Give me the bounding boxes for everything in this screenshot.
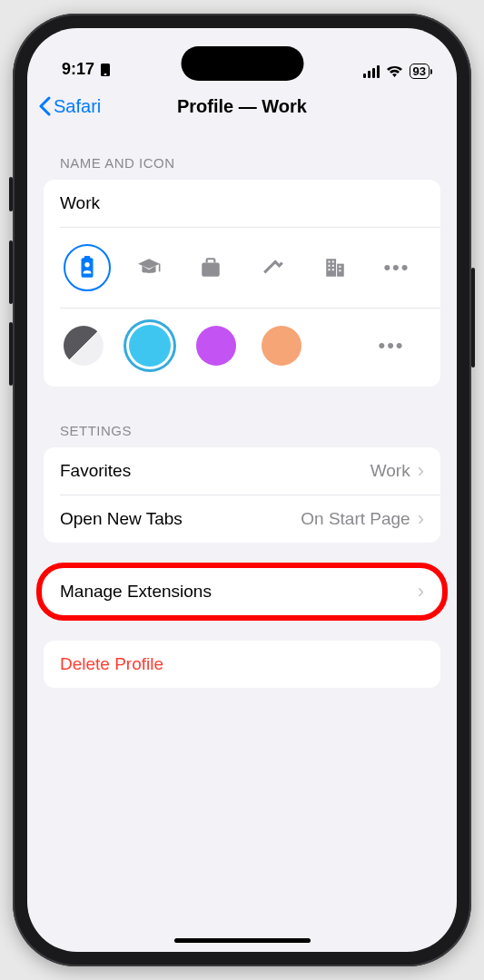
icon-picker-row: •••	[44, 228, 440, 308]
svg-rect-13	[328, 269, 330, 270]
ellipsis-icon: •••	[383, 256, 410, 279]
svg-rect-12	[332, 265, 334, 267]
icon-option-building[interactable]	[311, 244, 359, 291]
svg-rect-2	[82, 258, 94, 278]
chevron-right-icon: ›	[418, 461, 424, 481]
svg-rect-3	[84, 256, 91, 260]
wifi-icon	[386, 65, 403, 78]
manage-extensions-wrapper: Manage Extensions ›	[44, 568, 440, 615]
open-new-tabs-row[interactable]: Open New Tabs On Start Page ›	[44, 495, 440, 543]
more-icons-button[interactable]: •••	[373, 256, 420, 279]
svg-rect-9	[328, 260, 330, 262]
home-indicator[interactable]	[174, 938, 311, 943]
chevron-right-icon: ›	[418, 509, 424, 529]
color-option-orange[interactable]	[262, 326, 301, 366]
graduation-icon	[137, 256, 161, 279]
status-time: 9:17	[62, 60, 94, 79]
content-area: NAME AND ICON Work	[27, 130, 457, 688]
badge-icon	[75, 256, 99, 279]
color-picker-row: •••	[44, 309, 440, 387]
name-icon-card: Work	[44, 180, 440, 387]
delete-profile-label: Delete Profile	[60, 654, 163, 674]
svg-rect-6	[202, 263, 221, 277]
dynamic-island	[181, 46, 303, 81]
section-header-name-icon: NAME AND ICON	[44, 130, 440, 180]
svg-rect-1	[104, 74, 107, 75]
icon-option-hammer[interactable]	[250, 244, 297, 291]
svg-rect-16	[339, 270, 341, 271]
screen: 9:17 93	[27, 28, 457, 952]
icon-option-briefcase[interactable]	[187, 244, 234, 291]
battery-indicator: 93	[410, 64, 430, 79]
svg-rect-7	[326, 259, 336, 277]
chevron-left-icon	[38, 96, 51, 116]
icon-option-graduation[interactable]	[125, 244, 173, 291]
side-button	[9, 240, 13, 304]
svg-rect-5	[159, 264, 161, 272]
svg-rect-15	[339, 266, 341, 268]
page-title: Profile — Work	[177, 96, 307, 117]
delete-profile-row[interactable]: Delete Profile	[44, 641, 440, 688]
navigation-bar: Safari Profile — Work	[27, 83, 457, 130]
color-option-purple[interactable]	[196, 326, 236, 366]
delete-card: Delete Profile	[44, 641, 440, 688]
manage-extensions-label: Manage Extensions	[60, 582, 212, 602]
favorites-value: Work	[370, 461, 410, 481]
chevron-right-icon: ›	[418, 582, 424, 602]
open-tabs-label: Open New Tabs	[60, 509, 183, 529]
back-button[interactable]: Safari	[38, 96, 101, 117]
side-button	[9, 322, 13, 386]
favorites-row[interactable]: Favorites Work ›	[44, 447, 440, 495]
favorites-label: Favorites	[60, 461, 131, 481]
more-colors-button[interactable]: •••	[368, 334, 415, 358]
profile-name-value: Work	[60, 193, 100, 213]
svg-rect-10	[332, 260, 334, 262]
settings-card: Favorites Work › Open New Tabs On Start …	[44, 447, 440, 543]
manage-extensions-row[interactable]: Manage Extensions ›	[44, 568, 440, 615]
svg-point-4	[84, 262, 89, 267]
status-time-area: 9:17	[62, 60, 111, 79]
status-right: 93	[363, 64, 430, 79]
side-button	[471, 268, 475, 368]
hammer-icon	[262, 256, 285, 279]
color-option-two-tone[interactable]	[64, 326, 104, 366]
ellipsis-icon: •••	[378, 334, 404, 358]
svg-rect-11	[328, 265, 330, 267]
open-tabs-value: On Start Page	[301, 509, 410, 529]
portrait-lock-icon	[100, 63, 111, 77]
briefcase-icon	[199, 256, 222, 279]
svg-rect-14	[332, 269, 334, 270]
cellular-signal-icon	[363, 65, 380, 78]
icon-option-badge[interactable]	[64, 244, 111, 291]
section-header-settings: SETTINGS	[44, 387, 440, 447]
building-icon	[323, 256, 347, 279]
back-label: Safari	[54, 96, 101, 117]
phone-frame: 9:17 93	[13, 14, 471, 966]
color-option-cyan[interactable]	[129, 325, 171, 367]
profile-name-row[interactable]: Work	[44, 180, 440, 227]
battery-percent: 93	[413, 65, 426, 77]
side-button	[9, 177, 13, 211]
